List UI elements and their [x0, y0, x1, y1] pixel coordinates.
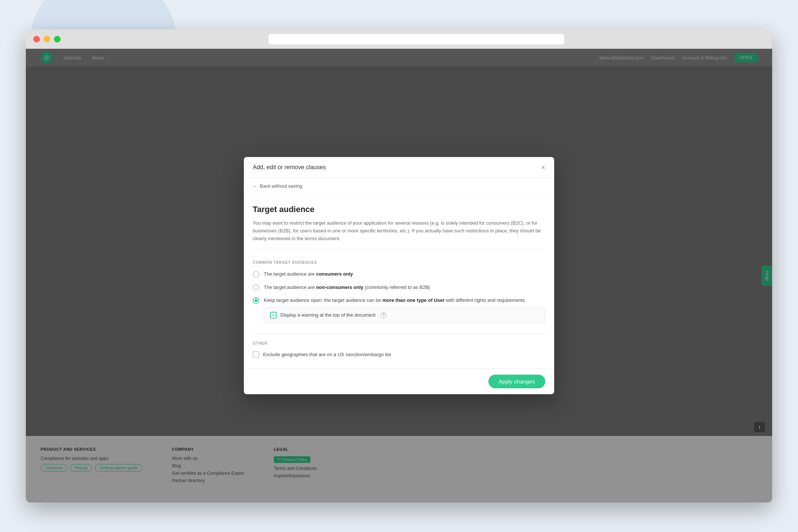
browser-titlebar [26, 30, 772, 49]
radio-item-non-consumers[interactable]: The target audience are non-consumers on… [253, 284, 545, 291]
modal-overlay: Add, edit or remove clauses × ← Back wit… [26, 49, 772, 502]
traffic-lights [33, 36, 61, 42]
modal-body: ← Back without saving Target audience Yo… [244, 178, 554, 368]
arrow-left-icon: ← [253, 183, 258, 189]
checkmark-icon: ✓ [272, 313, 275, 318]
maximize-button-green[interactable] [54, 36, 61, 42]
back-link[interactable]: ← Back without saving [244, 178, 554, 194]
warning-checkbox-label: Display a warning at the top of the docu… [280, 312, 375, 318]
radio-label-consumers: The target audience are consumers only [264, 270, 353, 278]
nested-option: ✓ Display a warning at the top of the do… [264, 307, 545, 323]
modal-footer: Apply changes [244, 368, 554, 394]
browser-window: Iubenda News ↓ demo@iubenda.com Dashboar… [26, 30, 772, 502]
other-section-label: OTHER [253, 341, 545, 345]
modal-close-button[interactable]: × [541, 164, 545, 171]
apply-changes-button[interactable]: Apply changes [488, 375, 545, 388]
warning-checkbox-item[interactable]: ✓ Display a warning at the top of the do… [270, 312, 539, 318]
radio-circle-open[interactable] [253, 297, 259, 304]
embargo-checkbox-item[interactable]: Exclude geographies that are on a US san… [253, 351, 545, 358]
minimize-button-yellow[interactable] [44, 36, 50, 42]
page-background: Iubenda News ↓ demo@iubenda.com Dashboar… [26, 49, 772, 502]
radio-label-open: Keep target audience open: the target au… [264, 297, 525, 304]
section-divider [253, 334, 545, 334]
radio-circle-non-consumers[interactable] [253, 284, 259, 291]
modal-title: Add, edit or remove clauses [253, 164, 326, 171]
modal-content: Target audience You may want to restrict… [244, 194, 554, 368]
common-audiences-label: COMMON TARGET AUDIENCES [253, 260, 545, 265]
radio-item-open[interactable]: Keep target audience open: the target au… [253, 297, 545, 304]
address-bar[interactable] [269, 34, 564, 44]
radio-item-consumers[interactable]: The target audience are consumers only [253, 270, 545, 278]
radio-group: The target audience are consumers only T… [253, 270, 545, 323]
section-heading: Target audience [253, 205, 545, 214]
section-description: You may want to restrict the target audi… [253, 219, 545, 250]
warning-checkbox[interactable]: ✓ [270, 312, 277, 318]
embargo-checkbox-label: Exclude geographies that are on a US san… [263, 352, 391, 357]
radio-item-open-wrapper: Keep target audience open: the target au… [253, 297, 545, 323]
close-button-red[interactable] [33, 36, 40, 42]
radio-circle-consumers[interactable] [253, 271, 259, 277]
embargo-checkbox[interactable] [253, 351, 259, 358]
help-icon[interactable]: ? [381, 312, 386, 318]
modal-dialog: Add, edit or remove clauses × ← Back wit… [244, 157, 554, 394]
modal-header: Add, edit or remove clauses × [244, 157, 554, 178]
back-link-label: Back without saving [260, 183, 302, 189]
radio-label-non-consumers: The target audience are non-consumers on… [264, 284, 430, 291]
